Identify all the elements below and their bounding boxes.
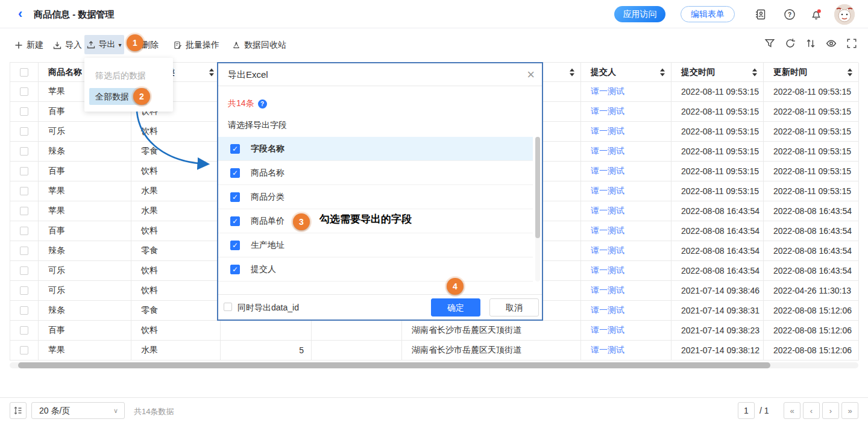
column-sort-icon[interactable] (752, 68, 758, 76)
filter-icon[interactable] (764, 38, 775, 49)
recycle-bin-button[interactable]: 数据回收站 (232, 38, 286, 52)
confirm-button[interactable]: 确定 (431, 298, 480, 316)
submitter-link[interactable]: 谭一测试 (591, 325, 624, 336)
cell-submitter: 谭一测试 (581, 281, 671, 301)
new-button[interactable]: 新建 (14, 38, 43, 52)
submitter-link[interactable]: 谭一测试 (591, 265, 624, 276)
edit-form-button[interactable]: 编辑表单 (681, 6, 735, 22)
prev-page-button[interactable]: ‹ (803, 402, 820, 419)
submitter-link[interactable]: 谭一测试 (591, 225, 624, 236)
export-field-row[interactable]: ✓商品分类 (218, 185, 533, 209)
cell-submittime: 2021-07-14 09:38:31 (671, 301, 764, 321)
row-checkbox[interactable] (20, 187, 28, 195)
back-icon[interactable]: ‹ (18, 7, 22, 21)
close-icon[interactable]: × (527, 67, 535, 83)
sort-down-arrow (848, 73, 852, 76)
batch-operations-button[interactable]: 批量操作 (174, 38, 219, 52)
column-sort-icon[interactable] (209, 68, 215, 76)
column-header-updatetime[interactable]: 更新时间 (764, 63, 859, 82)
export-field-row[interactable]: ✓商品名称 (218, 161, 533, 185)
row-checkbox[interactable] (20, 266, 28, 275)
cell-category: 饮料 (131, 162, 221, 181)
first-page-button[interactable]: « (784, 402, 800, 419)
submitter-link[interactable]: 谭一测试 (591, 146, 624, 157)
dialog-scrollbar-thumb[interactable] (535, 137, 540, 238)
column-sort-icon[interactable] (660, 68, 665, 76)
export-field-row[interactable]: ✓生产地址 (218, 233, 533, 257)
field-checkbox[interactable]: ✓ (230, 192, 240, 202)
column-header-label: 提交时间 (681, 67, 715, 78)
row-checkbox[interactable] (20, 107, 28, 116)
field-checkbox[interactable]: ✓ (230, 241, 240, 250)
field-checkbox[interactable]: ✓ (230, 265, 240, 274)
horizontal-scrollbar-thumb[interactable] (18, 362, 770, 368)
cell-updatetime: 2022-08-08 16:43:54 (764, 261, 859, 281)
submitter-link[interactable]: 谭一测试 (591, 206, 624, 216)
row-checkbox[interactable] (20, 247, 28, 255)
submitter-link[interactable]: 谭一测试 (591, 305, 624, 316)
last-page-button[interactable]: » (841, 402, 858, 419)
submitter-link[interactable]: 谭一测试 (591, 126, 624, 137)
row-checkbox[interactable] (20, 87, 28, 96)
fullscreen-icon[interactable] (846, 38, 857, 49)
dialog-title: 导出Excel (228, 63, 268, 86)
eye-icon[interactable] (826, 38, 837, 49)
cell-updatetime: 2022-08-08 15:12:06 (764, 341, 859, 361)
cancel-button[interactable]: 取消 (489, 298, 539, 316)
cell-submittime: 2022-08-08 16:43:54 (671, 201, 764, 221)
row-checkbox[interactable] (20, 127, 28, 136)
row-checkbox[interactable] (20, 326, 28, 335)
submitter-link[interactable]: 谭一测试 (591, 106, 624, 117)
row-checkbox[interactable] (20, 346, 28, 354)
export-field-row[interactable]: ✓提交人 (218, 257, 533, 282)
row-checkbox[interactable] (20, 227, 28, 235)
sort-icon-toolbar[interactable] (805, 38, 816, 49)
menu-item-filtered-data[interactable]: 筛选后的数据 (95, 71, 146, 81)
field-checkbox[interactable]: ✓ (230, 168, 240, 178)
select-all-checkbox[interactable] (20, 68, 28, 77)
cell-submittime: 2022-08-08 16:43:54 (671, 221, 764, 241)
help-circle-icon[interactable]: ? (258, 99, 267, 109)
column-header-submitter[interactable]: 提交人 (581, 63, 671, 82)
caret-down-icon: ▾ (118, 42, 121, 48)
address-book-icon[interactable] (755, 8, 767, 20)
export-button[interactable]: 导出 ▾ (84, 35, 124, 54)
row-checkbox[interactable] (20, 286, 28, 295)
row-checkbox[interactable] (20, 306, 28, 315)
row-checkbox[interactable] (20, 207, 28, 215)
import-button[interactable]: 导入 (53, 38, 82, 52)
export-field-row[interactable]: ✓字段名称 (218, 137, 533, 161)
refresh-icon[interactable] (785, 38, 796, 49)
help-icon[interactable]: ? (784, 8, 796, 20)
app-access-button[interactable]: 应用访问 (614, 6, 665, 22)
page-size-select[interactable]: 20 条/页 ∨ (31, 402, 125, 419)
row-height-button[interactable] (10, 402, 27, 419)
column-sort-icon[interactable] (848, 68, 853, 76)
page-number-input[interactable] (738, 402, 755, 419)
row-checkbox[interactable] (20, 167, 28, 175)
step-badge-2: 2 (133, 88, 150, 105)
cell-name: 可乐 (39, 122, 131, 142)
field-checkbox[interactable]: ✓ (230, 216, 240, 226)
column-sort-icon[interactable] (570, 68, 575, 76)
row-checkbox[interactable] (20, 147, 28, 156)
export-icon (87, 40, 95, 49)
submitter-link[interactable]: 谭一测试 (591, 186, 624, 197)
cell-updatetime: 2022-08-08 16:43:54 (764, 221, 859, 241)
submitter-link[interactable]: 谭一测试 (591, 86, 624, 97)
submitter-link[interactable]: 谭一测试 (591, 285, 624, 296)
notification-bell-icon[interactable] (810, 8, 822, 20)
cell-submitter: 谭一测试 (581, 82, 671, 102)
column-header-submittime[interactable]: 提交时间 (671, 63, 764, 82)
cell-submitter: 谭一测试 (581, 102, 671, 122)
user-avatar[interactable] (834, 4, 855, 25)
cell-name: 苹果 (39, 181, 131, 201)
next-page-button[interactable]: › (822, 402, 839, 419)
field-checkbox[interactable]: ✓ (230, 144, 240, 154)
submitter-link[interactable]: 谭一测试 (591, 245, 624, 256)
column-header-label: 提交人 (591, 67, 616, 78)
cell-submittime: 2021-07-14 09:38:23 (671, 321, 764, 341)
submitter-link[interactable]: 谭一测试 (591, 345, 624, 356)
submitter-link[interactable]: 谭一测试 (591, 166, 624, 177)
export-data-id-checkbox[interactable] (224, 303, 232, 311)
